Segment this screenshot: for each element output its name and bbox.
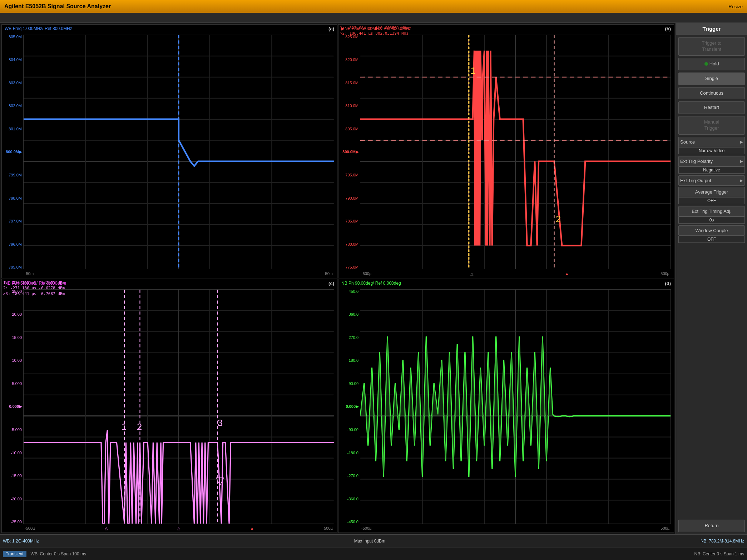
svg-text:3: 3 — [218, 418, 223, 428]
svg-text:2: 2 — [137, 421, 142, 432]
continuous-label: Continuous — [700, 90, 723, 96]
chart-a-svg — [24, 35, 334, 269]
single-button[interactable]: Single — [678, 72, 745, 85]
chart-b-label: (b) — [665, 26, 671, 31]
wb-info: WB: Center 0 s Span 100 ms — [31, 551, 86, 556]
charts-area: WB Freq 1.000MHz/ Ref 800.0MHz (a) 805.0… — [0, 23, 676, 534]
return-label: Return — [704, 523, 718, 528]
sidebar-header: Trigger — [676, 23, 747, 35]
ext-trig-polarity-label: Ext Trig Polarity — [680, 159, 713, 164]
average-trigger-button[interactable]: Average Trigger — [678, 187, 745, 197]
status-nb: NB: 789.2M-814.8MHz — [701, 539, 744, 544]
status-bar2: Transient WB: Center 0 s Span 100 ms NB:… — [0, 547, 747, 560]
restart-button[interactable]: Restart — [678, 101, 745, 114]
continuous-button[interactable]: Continuous — [678, 87, 745, 100]
toolbar — [0, 13, 747, 23]
chart-d-xaxis: -500µ 500µ — [360, 524, 671, 532]
ext-trig-timing-button[interactable]: Ext Trig Timing Adj. — [678, 206, 745, 216]
window-couple-value: OFF — [678, 236, 745, 243]
chart-c-xaxis: -500µ △ △ ▲ 500µ — [23, 524, 334, 532]
chart-b-title: ▶NB Freq 5.000MHz/ Ref 800.0MHz — [341, 26, 411, 31]
ext-trig-polarity-arrow: ▶ — [740, 159, 743, 163]
ext-trig-output-arrow: ▶ — [740, 179, 743, 182]
chart-b-svg: 2 1 — [360, 35, 671, 269]
hold-button[interactable]: Hold — [678, 58, 745, 70]
ext-trig-polarity-button[interactable]: Ext Trig Polarity ▶ — [678, 156, 745, 166]
manual-trigger-button[interactable]: Manual Trigger — [678, 116, 745, 135]
chart-d-title: NB Ph 90.00deg/ Ref 0.000deg — [341, 281, 401, 286]
chart-b-xaxis: -500µ △ ▲ 500µ — [360, 269, 671, 278]
hold-label: Hold — [709, 61, 719, 67]
chart-d-yaxis: 450.0 360.0 270.0 180.0 90.00 0.000▶ -90… — [338, 289, 360, 524]
chart-a: WB Freq 1.000MHz/ Ref 800.0MHz (a) 805.0… — [1, 24, 337, 278]
chart-b-inner: 2 1 — [360, 35, 671, 269]
status-bar: WB: 1.2G-400MHz Max Input 0dBm NB: 789.2… — [0, 534, 747, 547]
single-label: Single — [705, 76, 718, 81]
titlebar: Agilent E5052B Signal Source Analyzer Re… — [0, 0, 747, 13]
chart-a-label: (a) — [328, 26, 334, 31]
restart-label: Restart — [704, 105, 719, 110]
status-center: Max Input 0dBm — [45, 539, 695, 544]
chart-c-yaxis: 25.00 20.00 15.00 10.00 5.000 0.000▶ -5.… — [2, 289, 23, 524]
ext-trig-output-button[interactable]: Ext Trig Output ▶ — [678, 175, 745, 186]
chart-c-svg: 1 2 3 ▽ — [24, 290, 334, 524]
return-button[interactable]: Return — [678, 520, 745, 532]
chart-c-inner: 1 2 3 ▽ — [23, 289, 334, 524]
ext-trig-timing-value: 0s — [678, 216, 745, 224]
sidebar: Trigger Trigger to Transient Hold Single… — [676, 23, 747, 534]
resize-button[interactable]: Resize — [728, 4, 743, 9]
main-area: WB Freq 1.000MHz/ Ref 800.0MHz (a) 805.0… — [0, 23, 747, 534]
chart-b-yaxis: 825.0M 820.0M 815.0M 810.0M 805.0M 800.0… — [338, 35, 360, 269]
svg-text:1: 1 — [121, 421, 126, 432]
chart-d-label: (d) — [665, 281, 671, 286]
transient-tag: Transient — [3, 551, 26, 557]
chart-c-label: (c) — [328, 281, 334, 286]
source-label: Source — [680, 139, 695, 145]
chart-a-xaxis: -50m 50m — [23, 269, 334, 278]
source-value: Narrow Video — [678, 147, 745, 154]
chart-d-svg — [360, 290, 671, 524]
svg-text:▽: ▽ — [216, 475, 224, 487]
nb-info: NB: Center 0 s Span 1 ms — [694, 551, 744, 556]
app-title: Agilent E5052B Signal Source Analyzer — [4, 3, 111, 10]
chart-d: NB Ph 90.00deg/ Ref 0.000deg (d) 450.0 3… — [338, 279, 674, 533]
source-button[interactable]: Source ▶ — [678, 137, 745, 147]
chart-a-title: WB Freq 1.000MHz/ Ref 800.0MHz — [5, 26, 72, 31]
window-couple-button[interactable]: Window Couple — [678, 225, 745, 236]
average-trigger-value: OFF — [678, 197, 745, 204]
chart-a-inner — [23, 35, 334, 269]
trigger-to-transient-button[interactable]: Trigger to Transient — [678, 37, 745, 56]
chart-b: ▶NB Freq 5.000MHz/ Ref 800.0MHz (b) 1: -… — [338, 24, 674, 278]
status-wb: WB: 1.2G-400MHz — [3, 539, 39, 544]
source-arrow: ▶ — [740, 140, 743, 144]
chart-d-inner — [360, 289, 671, 524]
chart-a-yaxis: 805.0M 804.0M 803.0M 802.0M 801.0M 800.0… — [2, 35, 23, 269]
hold-indicator — [704, 62, 708, 66]
ext-trig-polarity-value: Negative — [678, 166, 745, 174]
chart-c-title: NB Pwr 5.000dB/ Ref 0.000dBm — [5, 281, 66, 286]
svg-text:1: 1 — [470, 65, 475, 76]
ext-trig-output-label: Ext Trig Output — [680, 178, 711, 183]
chart-c: NB Pwr 5.000dB/ Ref 0.000dBm (c) 1: -336… — [1, 279, 337, 533]
svg-text:2: 2 — [556, 214, 561, 224]
